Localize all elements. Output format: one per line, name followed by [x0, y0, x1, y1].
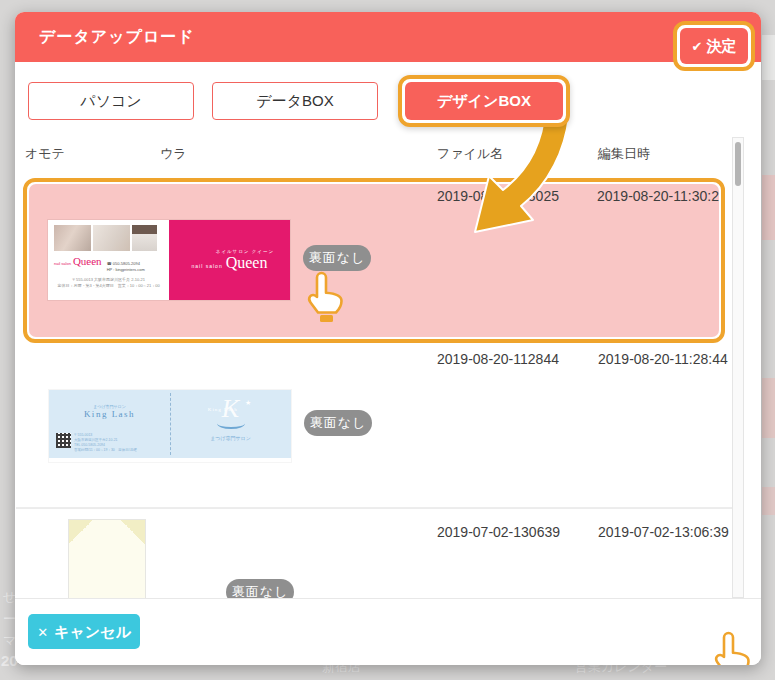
card-tel: ☎ 050-5805-2094 — [107, 261, 140, 266]
row-filename: 2019-07-02-130639 — [437, 524, 560, 540]
dialog-title: データアップロード — [39, 12, 195, 62]
card-kana: まつげ専門サロン — [170, 435, 291, 441]
card-zip: 〒555-0013 — [74, 433, 92, 437]
backdrop-smudge — [762, 35, 775, 80]
card-kinglash-back: K King Lash ★ まつげ専門サロン — [170, 390, 291, 462]
card-thumbnail-kinglash: まつげ専門サロン King Lash 〒555-0013 大阪市西淀川区千舟2-… — [49, 390, 291, 462]
card-corner-decoration — [121, 520, 145, 544]
card-photos — [54, 225, 163, 251]
no-backside-badge: 裏面なし — [303, 245, 371, 271]
card-brand-overlay: King Lash — [208, 407, 238, 412]
hand-cursor-icon — [305, 270, 345, 322]
card-brand: Queen — [226, 254, 268, 272]
table-row[interactable]: 2019-08-20-112844 2019-08-20-11:28:44 まつ… — [16, 345, 732, 508]
star-icon: ★ — [245, 400, 251, 407]
no-backside-badge: 裏面なし — [304, 410, 372, 436]
card-address: 大阪市西淀川区千舟2-10-21 — [74, 438, 118, 442]
person-photo — [132, 225, 157, 251]
cancel-x-icon: ✕ — [37, 625, 48, 640]
scrollbar-track[interactable] — [732, 137, 744, 598]
card-hours: 定休日：月曜・第3・第4火曜日 営業：10：00～21：00 — [57, 283, 159, 288]
card-brand: King Lash — [49, 409, 170, 419]
column-header-edited: 編集日時 — [598, 145, 650, 163]
arrow-annotation-icon — [445, 108, 585, 253]
backdrop-smudge — [762, 487, 775, 515]
dialog-footer: ✕キャンセル — [15, 598, 761, 665]
card-address: 〒555-0013 大阪市西淀川区千舟 2-10-21 — [72, 277, 145, 282]
annotation-ring-confirm: ✔決定 — [673, 21, 755, 71]
tab-databox[interactable]: データBOX — [212, 82, 378, 120]
table-row-selected[interactable]: 2019-08-20-113025 2019-08-20-11:30:25 na… — [29, 184, 719, 337]
row-filename: 2019-08-20-112844 — [437, 351, 559, 367]
row-edited: 2019-08-20-11:28:44 — [598, 351, 728, 367]
backdrop-smudge — [762, 175, 775, 240]
confirm-button[interactable]: ✔決定 — [680, 28, 748, 64]
card-queen-back: ネイルサロン クイーン nail salon Queen — [169, 220, 290, 300]
card-thumbnail-queen: nail salon Queen ☎ 050-5805-2094 HP : ki… — [48, 220, 290, 300]
annotation-ring-selected-row: 2019-08-20-113025 2019-08-20-11:30:25 na… — [23, 178, 725, 343]
check-icon: ✔ — [692, 39, 703, 54]
card-contact: 〒555-0013 大阪市西淀川区千舟2-10-21 TEL 050-5805-… — [74, 433, 137, 453]
cancel-label: キャンセル — [54, 623, 131, 640]
nail-photo — [93, 225, 130, 251]
card-hours: 営業時間/11：00～19：30 定休日/月曜 — [74, 448, 137, 452]
card-brand-prefix: nail salon — [54, 261, 71, 266]
card-margin — [49, 458, 291, 462]
tab-designbox[interactable]: デザインBOX — [405, 82, 563, 120]
cancel-button[interactable]: ✕キャンセル — [28, 614, 140, 649]
card-brand: Queen — [73, 255, 102, 267]
monogram: K King Lash ★ — [222, 396, 239, 422]
annotation-ring-designbox: デザインBOX — [398, 75, 570, 127]
tab-pc[interactable]: パソコン — [28, 82, 194, 120]
card-corner-decoration — [69, 520, 93, 544]
card-contact: ☎ 050-5805-2094 HP : kingprinters.com — [107, 261, 145, 273]
card-brand-prefix: nail salon — [192, 263, 223, 269]
upload-dialog: データアップロード ✕ パソコン データBOX デザインBOX オモテ ウラ フ… — [15, 12, 761, 665]
scrollbar-thumb[interactable] — [735, 142, 741, 186]
card-queen-front: nail salon Queen ☎ 050-5805-2094 HP : ki… — [48, 220, 169, 300]
row-edited: 2019-08-20-11:30:25 — [597, 188, 719, 204]
nail-photo — [54, 225, 91, 251]
column-header-front: オモテ — [25, 145, 65, 163]
qr-code — [56, 433, 71, 448]
row-edited: 2019-07-02-13:06:39 — [598, 524, 729, 540]
card-hp: HP : kingprinters.com — [107, 267, 145, 272]
card-kinglash-front: まつげ専門サロン King Lash 〒555-0013 大阪市西淀川区千舟2-… — [49, 390, 170, 462]
hand-cursor-icon — [712, 630, 752, 665]
column-header-back: ウラ — [160, 145, 187, 163]
card-tel: TEL 050-5805-2094 — [74, 443, 105, 447]
dialog-header: データアップロード ✕ — [15, 12, 761, 62]
backdrop-smudge — [762, 378, 775, 438]
confirm-label: 決定 — [706, 37, 736, 54]
